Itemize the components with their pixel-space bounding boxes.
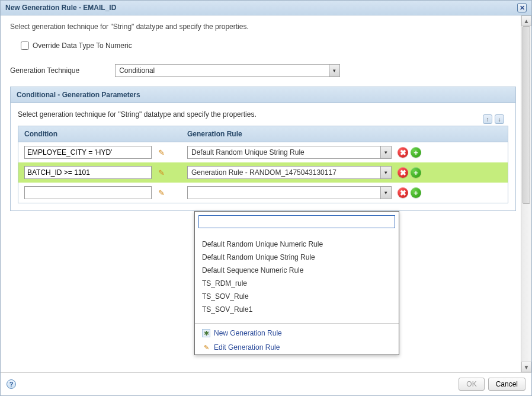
technique-value: Conditional [116,66,329,75]
vertical-scrollbar[interactable]: ▲ ▼ [521,15,531,372]
dropdown-option[interactable]: TS_RDM_rule [195,277,399,290]
table-row: ✎ Generation Rule - RANDOM_1475043130117… [18,162,508,183]
col-generation-header: Generation Rule [187,130,502,138]
add-row-button[interactable]: + [411,187,421,198]
rule-select[interactable]: Generation Rule - RANDOM_1475043130117 ▾ [187,166,392,179]
override-checkbox[interactable] [21,41,29,50]
new-rule-icon: ✱ [202,329,210,337]
panel-nav-icons: ↑ ↓ [483,114,504,124]
override-label: Override Data Type To Numeric [33,41,132,50]
panel-body: Select generation technique for "String"… [11,103,515,210]
pencil-icon[interactable]: ✎ [156,188,166,197]
scrollbar-thumb[interactable] [523,26,530,204]
new-rule-action[interactable]: ✱ New Generation Rule [195,326,399,340]
dropdown-option[interactable]: Default Sequence Numeric Rule [195,264,399,277]
dropdown-option[interactable]: Default Random Unique Numeric Rule [195,238,399,251]
override-row: Override Data Type To Numeric [21,41,516,50]
dialog-title: New Generation Rule - EMAIL_ID [5,4,116,12]
dropdown-option[interactable]: TS_SOV_Rule [195,290,399,303]
add-row-button[interactable]: + [411,147,421,158]
ok-button[interactable]: OK [459,378,484,391]
dropdown-option[interactable]: TS_SOV_Rule1 [195,303,399,316]
add-row-button[interactable]: + [411,167,421,178]
chevron-down-icon: ▾ [380,167,391,178]
footer-buttons: OK Cancel [459,378,525,391]
row-actions: ✖ + [398,167,421,178]
close-button[interactable]: ✕ [517,3,527,12]
new-rule-label: New Generation Rule [214,329,282,337]
delete-row-button[interactable]: ✖ [398,147,408,158]
condition-input[interactable] [24,186,152,199]
chevron-down-icon: ▾ [329,65,339,76]
dropdown-separator [195,323,399,324]
row-actions: ✖ + [398,147,421,158]
panel-title: Conditional - Generation Parameters [11,87,515,103]
intro-text: Select generation technique for "String"… [10,23,516,31]
col-condition-header: Condition [24,130,187,138]
table-header: Condition Generation Rule [18,126,508,142]
titlebar: New Generation Rule - EMAIL_ID ✕ [1,1,531,15]
delete-row-button[interactable]: ✖ [398,167,408,178]
pencil-icon[interactable]: ✎ [156,168,166,177]
pencil-icon[interactable]: ✎ [156,148,166,157]
condition-input[interactable] [24,146,152,159]
table-row: ✎ ▾ ✖ + [18,183,508,203]
rule-select[interactable]: Default Random Unique String Rule ▾ [187,146,392,159]
row-actions: ✖ + [398,187,421,198]
pencil-icon: ✎ [202,343,210,352]
dialog-footer: ? OK Cancel [1,372,531,395]
table-row: ✎ Default Random Unique String Rule ▾ ✖ … [18,142,508,162]
move-up-icon[interactable]: ↑ [483,114,492,124]
parameters-panel: Conditional - Generation Parameters Sele… [10,87,516,211]
dropdown-options-list: Default Random Unique Numeric Rule Defau… [195,232,399,321]
move-down-icon[interactable]: ↓ [495,114,504,124]
chevron-down-icon: ▾ [380,187,391,199]
edit-rule-action[interactable]: ✎ Edit Generation Rule [195,340,399,355]
condition-input[interactable] [24,166,152,179]
dropdown-option[interactable]: Default Random Unique String Rule [195,251,399,264]
chevron-down-icon: ▾ [380,146,391,158]
cancel-button[interactable]: Cancel [488,378,525,391]
rule-value: Default Random Unique String Rule [188,148,380,157]
dropdown-search-input[interactable] [198,215,395,228]
edit-rule-label: Edit Generation Rule [214,343,280,352]
scroll-down-icon[interactable]: ▼ [521,362,531,372]
technique-row: Generation Technique Conditional ▾ [10,64,516,77]
rule-dropdown: Default Random Unique Numeric Rule Defau… [194,211,399,355]
rule-select[interactable]: ▾ [187,186,392,199]
scroll-up-icon[interactable]: ▲ [521,15,531,26]
rule-value: Generation Rule - RANDOM_1475043130117 [188,168,380,177]
help-button[interactable]: ? [7,379,16,389]
technique-select[interactable]: Conditional ▾ [115,64,340,77]
technique-label: Generation Technique [10,66,79,75]
conditions-table: ↑ ↓ Condition Generation Rule ✎ Default … [18,126,508,203]
panel-intro: Select generation technique for "String"… [18,110,508,119]
delete-row-button[interactable]: ✖ [398,187,408,198]
